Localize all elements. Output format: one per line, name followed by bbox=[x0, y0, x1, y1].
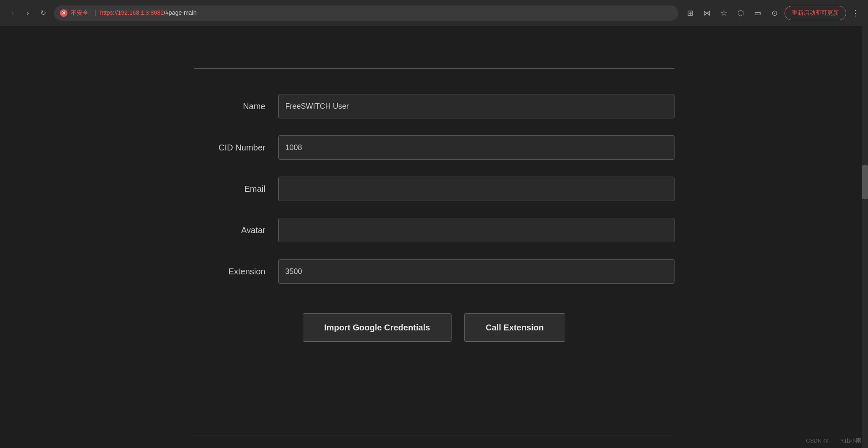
email-input[interactable] bbox=[278, 177, 675, 201]
call-extension-button[interactable]: Call Extension bbox=[464, 313, 565, 342]
forward-button[interactable]: › bbox=[22, 7, 34, 19]
name-label: Name bbox=[194, 102, 278, 111]
address-bar[interactable]: ✕ 不安全 | https://192.168.1.3:8082/#page-m… bbox=[54, 5, 678, 21]
profile-button[interactable]: ⊙ bbox=[768, 6, 781, 20]
scrollbar[interactable] bbox=[862, 26, 868, 448]
nav-buttons: ‹ › ↻ bbox=[7, 7, 49, 19]
buttons-row: Import Google Credentials Call Extension bbox=[194, 313, 675, 342]
address-text: 不安全 | https://192.168.1.3:8082/#page-mai… bbox=[71, 9, 196, 17]
import-google-credentials-button[interactable]: Import Google Credentials bbox=[303, 313, 451, 342]
email-row: Email bbox=[194, 177, 675, 201]
cid-label: CID Number bbox=[194, 143, 278, 153]
back-button[interactable]: ‹ bbox=[7, 7, 19, 19]
browser-actions: ⊞ ⋈ ☆ ⬡ ▭ ⊙ 重新启动即可更新 ⋮ bbox=[683, 6, 861, 20]
divider-bottom bbox=[194, 435, 675, 435]
name-input[interactable] bbox=[278, 94, 675, 118]
avatar-input[interactable] bbox=[278, 218, 675, 242]
share-button[interactable]: ⋈ bbox=[700, 6, 714, 20]
menu-button[interactable]: ⋮ bbox=[849, 7, 861, 19]
insecure-label: 不安全 bbox=[71, 9, 89, 16]
sidebar-button[interactable]: ▭ bbox=[751, 6, 764, 20]
email-label: Email bbox=[194, 184, 278, 194]
divider-top bbox=[194, 68, 675, 69]
page-content: Name CID Number Email Avatar Extension I… bbox=[0, 26, 868, 448]
form-container: Name CID Number Email Avatar Extension I… bbox=[194, 94, 675, 342]
bookmark-button[interactable]: ☆ bbox=[717, 6, 731, 20]
extensions-button[interactable]: ⬡ bbox=[734, 6, 747, 20]
cid-input[interactable] bbox=[278, 135, 675, 160]
translate-button[interactable]: ⊞ bbox=[683, 6, 697, 20]
scrollbar-thumb[interactable] bbox=[862, 165, 868, 199]
name-row: Name bbox=[194, 94, 675, 118]
browser-chrome: ‹ › ↻ ✕ 不安全 | https://192.168.1.3:8082/#… bbox=[0, 0, 868, 26]
cid-row: CID Number bbox=[194, 135, 675, 160]
extension-input[interactable] bbox=[278, 259, 675, 284]
reload-button[interactable]: ↻ bbox=[37, 7, 49, 19]
avatar-label: Avatar bbox=[194, 225, 278, 235]
update-button[interactable]: 重新启动即可更新 bbox=[785, 6, 846, 20]
security-icon: ✕ bbox=[60, 9, 67, 17]
footer-bar: CSDN @ . . . 南山小雨 bbox=[799, 434, 868, 448]
extension-row: Extension bbox=[194, 259, 675, 284]
address-url: https://192.168.1.3:8082/#page-main bbox=[100, 9, 196, 16]
footer-text: CSDN @ . . . 南山小雨 bbox=[806, 437, 861, 444]
extension-label: Extension bbox=[194, 267, 278, 276]
avatar-row: Avatar bbox=[194, 218, 675, 242]
